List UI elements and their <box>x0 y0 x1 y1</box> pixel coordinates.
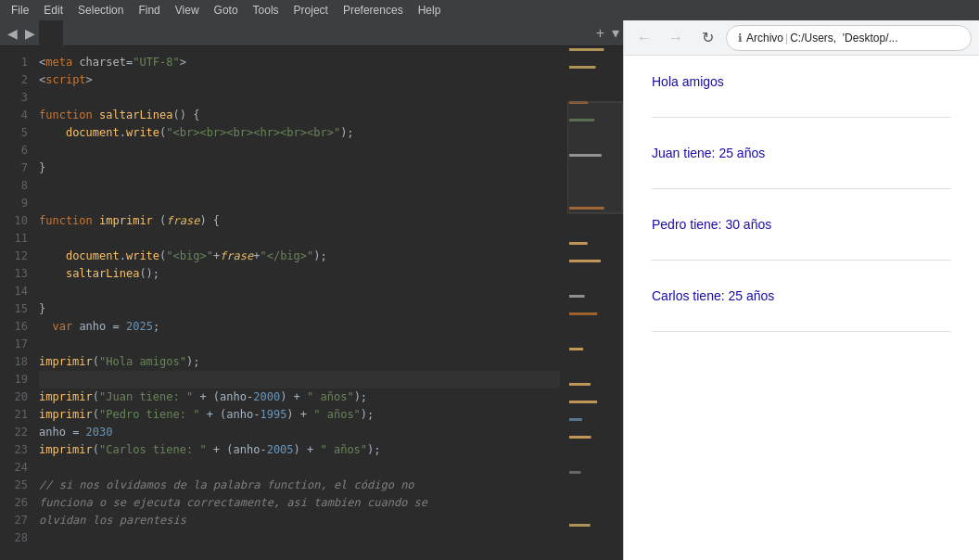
browser-separator-4 <box>652 331 951 332</box>
new-tab-button[interactable]: + <box>596 25 604 42</box>
line-number-23: 23 <box>0 441 28 459</box>
line-number-14: 14 <box>0 283 28 300</box>
line-number-11: 11 <box>0 230 28 248</box>
line-number-28: 28 <box>0 529 28 547</box>
minimap <box>567 46 623 560</box>
browser-toolbar: ← → ↻ ℹ Archivo | C:/Users, 'Desktop/... <box>624 20 979 56</box>
menu-find[interactable]: Find <box>131 2 167 19</box>
tab-bar: ◀ ▶ + ▾ <box>0 20 623 46</box>
line-number-25: 25 <box>0 477 28 494</box>
menu-project[interactable]: Project <box>286 2 336 19</box>
line-number-18: 18 <box>0 353 28 371</box>
address-path2: 'Desktop/... <box>836 32 897 45</box>
menu-edit[interactable]: Edit <box>36 2 70 19</box>
browser-panel: ← → ↻ ℹ Archivo | C:/Users, 'Desktop/...… <box>623 20 979 560</box>
address-protocol: Archivo <box>746 32 783 45</box>
line-number-20: 20 <box>0 388 28 406</box>
menu-goto[interactable]: Goto <box>207 2 246 19</box>
tab-nav-left[interactable]: ◀ <box>4 20 21 46</box>
menu-selection[interactable]: Selection <box>70 2 131 19</box>
line-number-6: 6 <box>0 142 28 159</box>
browser-output-4: Carlos tiene: 25 años <box>652 288 951 303</box>
line-number-21: 21 <box>0 406 28 424</box>
line-number-3: 3 <box>0 89 28 107</box>
menu-preferences[interactable]: Preferences <box>336 2 411 19</box>
address-bar[interactable]: ℹ Archivo | C:/Users, 'Desktop/... <box>726 25 972 51</box>
browser-content: Hola amigos Juan tiene: 25 años Pedro ti… <box>624 56 979 560</box>
menu-help[interactable]: Help <box>411 2 449 19</box>
editor-tab[interactable] <box>39 20 64 46</box>
line-number-17: 17 <box>0 336 28 353</box>
browser-separator-1 <box>652 117 951 118</box>
main-area: ◀ ▶ + ▾ 12345678910111213141516171819202… <box>0 20 979 560</box>
browser-forward-button[interactable]: → <box>663 25 689 51</box>
line-number-2: 2 <box>0 71 28 89</box>
line-number-9: 9 <box>0 195 28 212</box>
tab-dropdown-button[interactable]: ▾ <box>612 24 619 42</box>
line-number-8: 8 <box>0 177 28 195</box>
browser-output-3: Pedro tiene: 30 años <box>652 217 951 232</box>
line-number-16: 16 <box>0 318 28 336</box>
browser-output-1: Hola amigos <box>652 74 951 89</box>
browser-output-2: Juan tiene: 25 años <box>652 146 951 160</box>
line-number-7: 7 <box>0 159 28 177</box>
tab-actions: + ▾ <box>596 24 619 42</box>
menubar: File Edit Selection Find View Goto Tools… <box>0 0 979 20</box>
browser-separator-3 <box>652 260 951 261</box>
address-path: C:/Users, <box>790 32 836 45</box>
line-number-27: 27 <box>0 512 28 529</box>
line-number-24: 24 <box>0 459 28 477</box>
line-number-5: 5 <box>0 124 28 142</box>
menu-file[interactable]: File <box>4 2 36 19</box>
browser-refresh-button[interactable]: ↻ <box>694 25 720 51</box>
code-content[interactable]: <meta charset="UTF-8"> <script> function… <box>33 46 567 560</box>
editor-panel: ◀ ▶ + ▾ 12345678910111213141516171819202… <box>0 20 623 560</box>
browser-separator-2 <box>652 188 951 189</box>
line-number-15: 15 <box>0 300 28 318</box>
browser-back-button[interactable]: ← <box>631 25 657 51</box>
line-number-26: 26 <box>0 494 28 512</box>
line-number-19: 19 <box>0 371 28 388</box>
line-number-4: 4 <box>0 107 28 124</box>
menu-view[interactable]: View <box>168 2 207 19</box>
line-number-12: 12 <box>0 248 28 265</box>
address-separator: | <box>785 32 788 45</box>
code-editor[interactable]: 1234567891011121314151617181920212223242… <box>0 46 623 560</box>
line-number-13: 13 <box>0 265 28 283</box>
line-number-1: 1 <box>0 54 28 71</box>
tab-nav-right[interactable]: ▶ <box>21 20 39 46</box>
menu-tools[interactable]: Tools <box>246 2 286 19</box>
line-number-10: 10 <box>0 212 28 230</box>
line-numbers: 1234567891011121314151617181920212223242… <box>0 46 33 560</box>
line-number-22: 22 <box>0 424 28 441</box>
address-info-icon: ℹ <box>738 32 743 45</box>
